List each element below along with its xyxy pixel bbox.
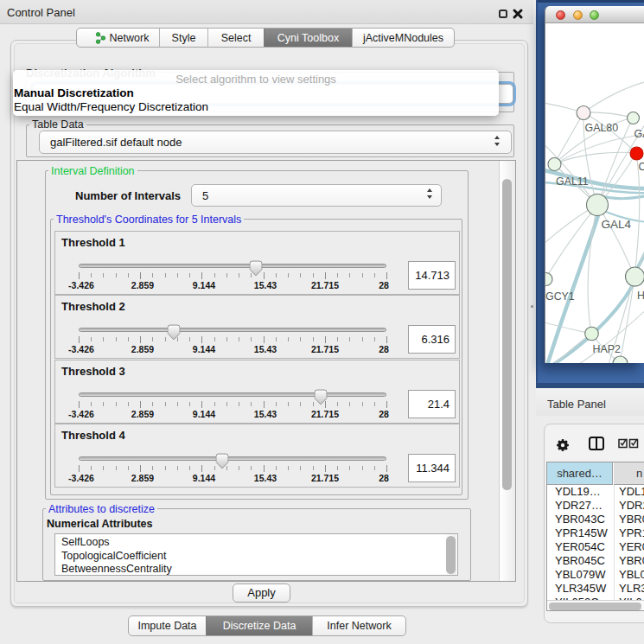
svg-text:GAL80: GAL80	[585, 122, 619, 134]
svg-text:HAP2: HAP2	[593, 343, 621, 355]
svg-text:GAL11: GAL11	[556, 175, 589, 188]
svg-text:GA: GA	[634, 128, 644, 140]
svg-text:C: C	[639, 161, 644, 173]
svg-text:GAL4: GAL4	[602, 218, 632, 231]
svg-text:GCY1: GCY1	[545, 290, 575, 303]
svg-text:H: H	[637, 290, 644, 302]
